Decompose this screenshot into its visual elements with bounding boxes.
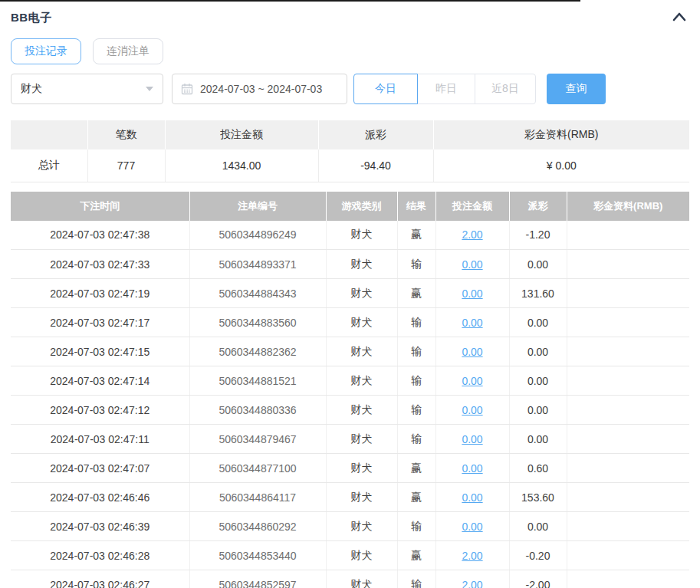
table-row: 2024-07-03 02:47:335060344893371财犬输0.000… xyxy=(11,250,689,279)
bet-time-cell: 2024-07-03 02:47:17 xyxy=(11,308,189,337)
bet-amount-link[interactable]: 0.00 xyxy=(462,433,482,445)
summary-header-row: 笔数 投注金额 派彩 彩金资料(RMB) xyxy=(11,120,689,149)
bonus-cell xyxy=(567,541,689,570)
bet-time-cell: 2024-07-03 02:46:39 xyxy=(11,512,189,541)
table-row: 2024-07-03 02:47:075060344877100财犬赢0.000… xyxy=(11,454,689,483)
bonus-cell xyxy=(567,221,689,250)
bet-amount-link[interactable]: 0.00 xyxy=(462,462,482,475)
bet-time-cell: 2024-07-03 02:47:14 xyxy=(11,366,189,396)
result-cell: 输 xyxy=(397,396,435,425)
bet-amount-link[interactable]: 2.00 xyxy=(462,579,482,588)
top-edge-divider xyxy=(0,0,580,2)
collapse-button[interactable] xyxy=(669,9,689,26)
records-col-header-result: 结果 xyxy=(397,192,435,221)
order-number-cell: 5060344880336 xyxy=(189,396,326,425)
game-category-cell: 财犬 xyxy=(326,366,397,396)
order-number-cell: 5060344877100 xyxy=(189,454,326,483)
bonus-cell xyxy=(567,250,689,279)
table-row: 2024-07-03 02:46:285060344853440财犬赢2.00-… xyxy=(11,541,689,570)
order-number-cell: 5060344852597 xyxy=(189,570,326,588)
table-row: 2024-07-03 02:47:145060344881521财犬输0.000… xyxy=(11,366,689,396)
bet-amount-link[interactable]: 0.00 xyxy=(462,317,482,329)
bonus-cell xyxy=(567,337,689,366)
bet-amount-cell: 0.00 xyxy=(435,279,509,308)
summary-col-header xyxy=(11,120,87,149)
summary-table: 笔数 投注金额 派彩 彩金资料(RMB) 总计 777 1434.00 -94.… xyxy=(11,120,689,182)
table-row: 2024-07-03 02:46:395060344860292财犬输0.000… xyxy=(11,512,689,541)
payout-cell: -2.00 xyxy=(509,570,567,588)
bet-amount-cell: 2.00 xyxy=(435,570,509,588)
panel: BB电子 投注记录 连消注单 财犬 xyxy=(0,0,700,588)
bet-amount-link[interactable]: 2.00 xyxy=(462,550,482,562)
bet-amount-link[interactable]: 0.00 xyxy=(462,404,482,416)
bet-amount-link[interactable]: 0.00 xyxy=(462,258,482,271)
result-cell: 输 xyxy=(397,512,435,541)
result-cell: 赢 xyxy=(397,279,435,308)
result-cell: 赢 xyxy=(397,454,435,483)
bonus-cell xyxy=(567,308,689,337)
search-button[interactable]: 查询 xyxy=(547,74,606,104)
order-number-cell: 5060344853440 xyxy=(189,541,326,570)
bonus-cell xyxy=(567,396,689,425)
order-number-cell: 5060344881521 xyxy=(189,366,326,396)
bet-amount-link[interactable]: 0.00 xyxy=(462,346,482,358)
records-table: 下注时间 注单编号 游戏类别 结果 投注金额 派彩 彩金资料(RMB) 2024… xyxy=(11,192,689,588)
records-col-header-bonus: 彩金资料(RMB) xyxy=(567,192,689,221)
payout-cell: 153.60 xyxy=(509,483,567,512)
game-category-cell: 财犬 xyxy=(326,250,397,279)
payout-cell: -1.20 xyxy=(509,221,567,250)
bet-amount-cell: 0.00 xyxy=(435,512,509,541)
game-select-value: 财犬 xyxy=(21,82,42,96)
order-number-cell: 5060344879467 xyxy=(189,425,326,454)
result-cell: 输 xyxy=(397,337,435,366)
bet-amount-link[interactable]: 0.00 xyxy=(462,375,482,387)
order-number-cell: 5060344883560 xyxy=(189,308,326,337)
bet-amount-cell: 0.00 xyxy=(435,483,509,512)
bonus-cell xyxy=(567,512,689,541)
bet-amount-cell: 0.00 xyxy=(435,250,509,279)
tab-cancelled-orders[interactable]: 连消注单 xyxy=(93,38,163,64)
page-title: BB电子 xyxy=(11,11,52,25)
game-category-cell: 财犬 xyxy=(326,541,397,570)
bonus-cell xyxy=(567,483,689,512)
summary-total-label: 总计 xyxy=(11,149,87,182)
payout-cell: -0.20 xyxy=(509,541,567,570)
game-category-cell: 财犬 xyxy=(326,337,397,366)
game-category-cell: 财犬 xyxy=(326,570,397,588)
bet-time-cell: 2024-07-03 02:47:15 xyxy=(11,337,189,366)
today-button[interactable]: 今日 xyxy=(353,74,418,104)
bet-time-cell: 2024-07-03 02:47:38 xyxy=(11,221,189,250)
order-number-cell: 5060344864117 xyxy=(189,483,326,512)
tab-betting-records[interactable]: 投注记录 xyxy=(11,38,81,64)
date-range-value: 2024-07-03 ~ 2024-07-03 xyxy=(200,83,322,95)
game-select[interactable]: 财犬 xyxy=(11,74,163,104)
bet-time-cell: 2024-07-03 02:47:33 xyxy=(11,250,189,279)
tab-bar: 投注记录 连消注单 xyxy=(11,38,689,64)
summary-col-header-bonus: 彩金资料(RMB) xyxy=(433,120,689,149)
bet-time-cell: 2024-07-03 02:46:27 xyxy=(11,570,189,588)
table-row: 2024-07-03 02:47:155060344882362财犬输0.000… xyxy=(11,337,689,366)
order-number-cell: 5060344860292 xyxy=(189,512,326,541)
result-cell: 赢 xyxy=(397,483,435,512)
calendar-icon xyxy=(181,83,193,95)
bonus-cell xyxy=(567,425,689,454)
game-category-cell: 财犬 xyxy=(326,396,397,425)
last-8-days-button[interactable]: 近8日 xyxy=(475,74,536,104)
bet-amount-cell: 0.00 xyxy=(435,425,509,454)
date-range-input[interactable]: 2024-07-03 ~ 2024-07-03 xyxy=(172,74,347,104)
bet-amount-link[interactable]: 0.00 xyxy=(462,521,482,533)
bet-amount-link[interactable]: 0.00 xyxy=(462,491,482,504)
result-cell: 赢 xyxy=(397,221,435,250)
bonus-cell xyxy=(567,454,689,483)
bet-amount-link[interactable]: 0.00 xyxy=(462,287,482,300)
result-cell: 赢 xyxy=(397,541,435,570)
summary-total-row: 总计 777 1434.00 -94.40 ¥ 0.00 xyxy=(11,149,689,182)
yesterday-button[interactable]: 昨日 xyxy=(417,74,475,104)
bonus-cell xyxy=(567,366,689,396)
result-cell: 输 xyxy=(397,425,435,454)
bet-amount-link[interactable]: 2.00 xyxy=(462,228,482,241)
quick-range-group: 今日 昨日 近8日 xyxy=(353,74,536,104)
records-col-header-time: 下注时间 xyxy=(11,192,189,221)
result-cell: 输 xyxy=(397,308,435,337)
filter-bar: 财犬 2024-07-03 ~ 2024-07-03 今日 昨日 近8日 查询 xyxy=(11,74,689,104)
